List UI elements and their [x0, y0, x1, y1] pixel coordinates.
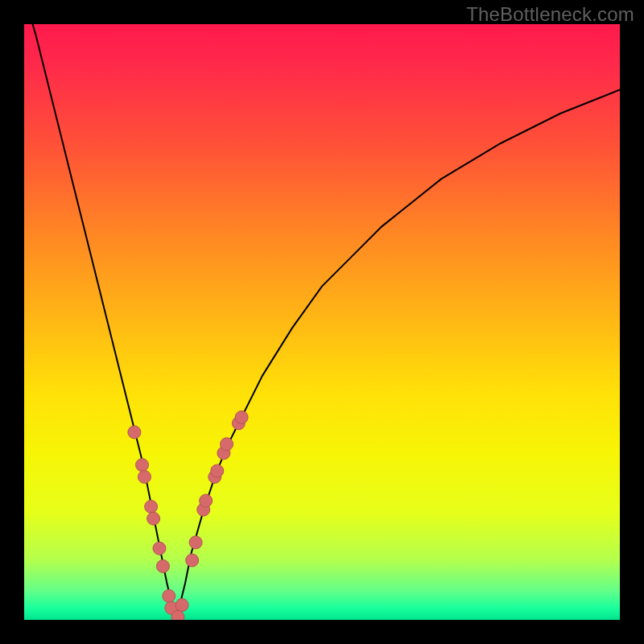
chart-frame: TheBottleneck.com — [0, 0, 644, 644]
data-marker — [186, 554, 199, 567]
data-marker — [138, 470, 151, 483]
data-marker — [221, 438, 233, 451]
data-marker — [128, 426, 141, 439]
data-marker — [171, 610, 184, 620]
data-marker — [156, 559, 169, 572]
data-marker — [235, 411, 248, 423]
data-marker — [189, 536, 202, 549]
plot-svg — [24, 24, 620, 620]
data-marker — [175, 599, 188, 612]
data-marker — [145, 500, 158, 513]
data-marker — [147, 512, 160, 525]
data-marker — [163, 589, 175, 602]
data-marker — [153, 542, 166, 555]
data-marker — [200, 494, 213, 507]
watermark-text: TheBottleneck.com — [466, 3, 634, 26]
gradient-background — [24, 24, 620, 620]
data-marker — [211, 464, 224, 477]
data-marker — [136, 459, 149, 472]
plot-area — [24, 24, 620, 620]
